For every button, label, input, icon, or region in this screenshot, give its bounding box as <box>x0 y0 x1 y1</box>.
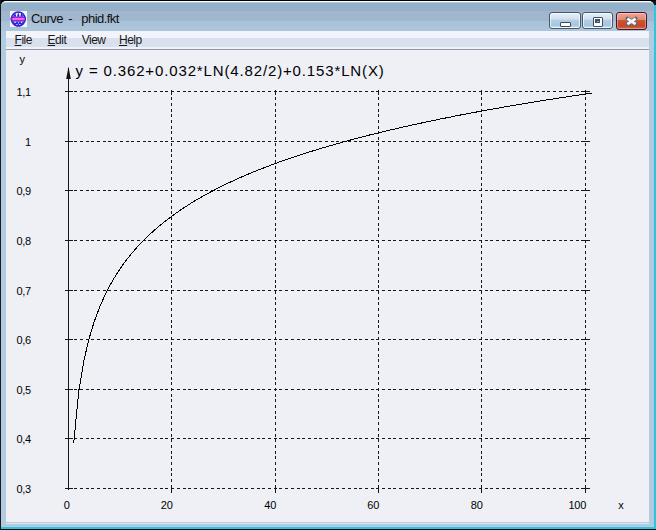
svg-text:0,4: 0,4 <box>16 433 31 445</box>
svg-text:0,6: 0,6 <box>16 334 31 346</box>
svg-text:0,5: 0,5 <box>16 384 31 396</box>
svg-text:0,8: 0,8 <box>16 235 31 247</box>
svg-text:y: y <box>20 53 26 65</box>
svg-text:1: 1 <box>25 136 31 148</box>
svg-text:60: 60 <box>367 499 379 511</box>
svg-text:1,1: 1,1 <box>16 86 31 98</box>
svg-text:0,9: 0,9 <box>16 185 31 197</box>
svg-text:0,3: 0,3 <box>16 483 31 495</box>
svg-text:y = 0.362+0.032*LN(4.82/2)+0.1: y = 0.362+0.032*LN(4.82/2)+0.153*LN(X) <box>76 62 385 79</box>
svg-text:20: 20 <box>161 499 173 511</box>
svg-text:100: 100 <box>569 499 587 511</box>
svg-text:40: 40 <box>264 499 276 511</box>
svg-text:80: 80 <box>471 499 483 511</box>
svg-text:x: x <box>618 499 624 511</box>
svg-text:0: 0 <box>64 499 70 511</box>
svg-text:0,7: 0,7 <box>16 285 31 297</box>
